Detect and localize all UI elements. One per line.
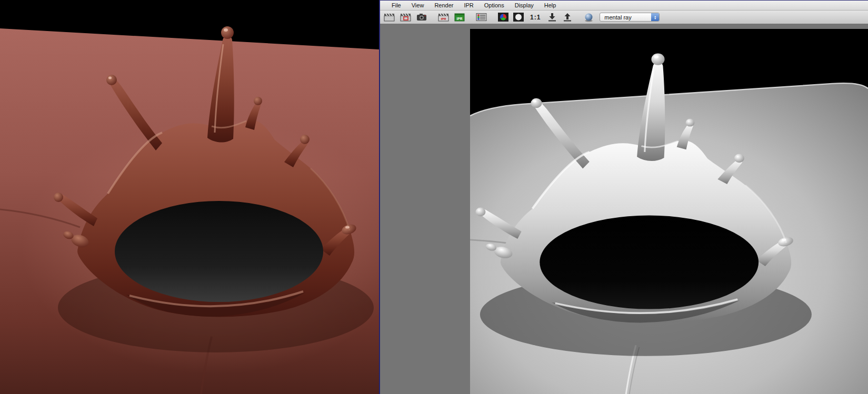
menu-item-file[interactable]: File	[386, 2, 406, 8]
ipr-render-button[interactable]: IPR	[437, 12, 451, 23]
alpha-channel-button[interactable]	[512, 12, 525, 22]
svg-text:IPR: IPR	[441, 17, 446, 21]
liquid-splash-brown-render	[0, 0, 379, 394]
one-to-one-button[interactable]: 1:1	[527, 14, 543, 21]
refresh-ipr-region-button[interactable]: IPR	[453, 12, 466, 23]
stepper-icon[interactable]: ▲▼	[651, 13, 659, 21]
remove-image-icon	[562, 13, 573, 22]
screen: File View Render IPR Options Display Hel…	[0, 0, 868, 394]
keep-image-icon	[547, 13, 557, 22]
render-view-toolbar: IPR IPR	[380, 11, 868, 24]
rgb-channels-button[interactable]	[497, 12, 510, 22]
redo-previous-render-icon	[384, 13, 395, 22]
snapshot-button[interactable]	[415, 12, 428, 22]
menu-item-help[interactable]: Help	[539, 2, 562, 8]
refresh-ipr-region-icon: IPR	[454, 13, 465, 22]
ipr-render-icon: IPR	[438, 13, 450, 22]
renderer-select-value: mental ray	[604, 14, 631, 21]
keep-image-button[interactable]	[546, 12, 558, 22]
menu-item-ipr[interactable]: IPR	[458, 2, 478, 8]
render-region-icon	[400, 13, 412, 22]
render-settings-icon	[476, 13, 487, 22]
renderer-select[interactable]: mental ray ▲▼	[600, 13, 660, 22]
alpha-channel-icon	[513, 13, 524, 22]
menu-item-display[interactable]: Display	[510, 2, 539, 8]
render-view-canvas-area	[380, 24, 868, 394]
redo-previous-render-button[interactable]	[383, 12, 396, 23]
remove-image-button[interactable]	[561, 12, 574, 22]
rgb-channels-icon	[498, 13, 508, 22]
maya-3d-viewport[interactable]	[0, 0, 379, 394]
menu-item-render[interactable]: Render	[429, 2, 458, 8]
render-globals-sphere-icon	[584, 13, 594, 22]
render-settings-button[interactable]	[475, 12, 488, 22]
menu-item-view[interactable]: View	[406, 2, 430, 8]
render-view-menubar: File View Render IPR Options Display Hel…	[380, 1, 868, 11]
menu-item-options[interactable]: Options	[479, 2, 510, 8]
snapshot-icon	[416, 13, 427, 22]
render-region-button[interactable]	[399, 12, 413, 23]
render-globals-sphere-button[interactable]	[583, 12, 595, 23]
render-view-window: File View Render IPR Options Display Hel…	[379, 0, 868, 394]
rendered-image[interactable]	[470, 29, 868, 394]
svg-text:IPR: IPR	[457, 16, 463, 20]
liquid-splash-gray-render	[470, 29, 868, 394]
